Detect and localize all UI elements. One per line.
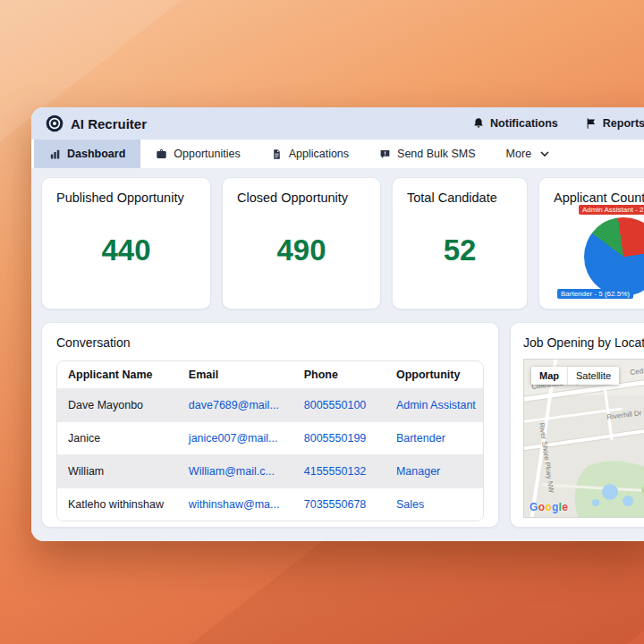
conversation-panel: Conversation Applicant Name Email Phone … <box>41 322 499 528</box>
phone-link[interactable]: 4155550132 <box>304 465 367 478</box>
table-row: Janicejanice007@mail...8005550199Bartend… <box>57 421 483 454</box>
opportunity-link-cell: Admin Assistant <box>386 399 483 411</box>
map-type-toggle: Map Satellite <box>531 367 619 385</box>
opportunity-link[interactable]: Sales <box>396 498 424 511</box>
table-row: Dave Mayonbodave7689@mail...8005550100Ad… <box>57 388 483 421</box>
column-header-phone: Phone <box>293 369 386 381</box>
app-logo-icon <box>46 114 64 132</box>
email-link-cell: withinshaw@ma... <box>178 498 293 511</box>
tab-more[interactable]: More <box>491 140 564 168</box>
applicant-name: Janice <box>57 432 178 445</box>
stat-card-published: Published Opportunity 440 <box>41 177 211 309</box>
conversation-table: Applicant Name Email Phone Opportunity D… <box>56 360 484 521</box>
email-link-cell: janice007@mail... <box>178 432 293 445</box>
applicant-name: William <box>57 465 178 478</box>
stat-title: Published Opportunity <box>56 191 196 205</box>
table-row: WilliamWilliam@mail.c...4155550132Manage… <box>57 454 483 487</box>
nav-bar: Dashboard Opportunities Applications Sen… <box>31 140 644 168</box>
app-title: AI Recruiter <box>71 116 147 131</box>
tab-label: More <box>506 148 531 160</box>
opportunity-link[interactable]: Bartender <box>396 432 445 445</box>
phone-link-cell: 8005550199 <box>293 432 386 445</box>
table-header-row: Applicant Name Email Phone Opportunity <box>57 361 483 388</box>
applicant-name: Katleho withinshaw <box>57 498 178 511</box>
pie-chart[interactable] <box>584 217 644 296</box>
stat-value: 440 <box>56 205 196 296</box>
map-button[interactable]: Map <box>531 367 567 385</box>
email-link-cell: dave7689@mail... <box>178 399 293 411</box>
notifications-label: Notifications <box>490 117 558 130</box>
stat-title: Closed Opportunity <box>237 191 366 205</box>
reports-label: Reports <box>603 117 644 130</box>
app-header: AI Recruiter Notifications Reports <box>31 107 644 140</box>
chevron-down-icon <box>540 151 549 157</box>
tab-label: Applications <box>289 148 349 160</box>
phone-link-cell: 7035550678 <box>293 498 386 511</box>
opportunity-link-cell: Bartender <box>386 432 483 445</box>
tab-dashboard[interactable]: Dashboard <box>34 140 140 168</box>
document-icon <box>271 148 283 160</box>
notifications-button[interactable]: Notifications <box>472 117 558 130</box>
phone-link-cell: 8005550100 <box>293 399 386 411</box>
stat-value: 52 <box>407 205 513 296</box>
phone-link[interactable]: 8005550100 <box>304 399 367 411</box>
table-row: Katleho withinshawwithinshaw@ma...703555… <box>57 487 483 521</box>
opportunity-link[interactable]: Manager <box>396 465 440 478</box>
opportunity-link-cell: Sales <box>386 498 483 511</box>
opportunity-link-cell: Manager <box>386 465 483 478</box>
pie-legend-bartender: Bartender - 5 (62.5%) <box>557 289 633 299</box>
applicant-name: Dave Mayonbo <box>57 399 178 411</box>
stat-card-closed: Closed Opportunity 490 <box>222 177 381 309</box>
briefcase-icon <box>156 148 167 160</box>
email-link[interactable]: dave7689@mail... <box>189 399 279 411</box>
bar-chart-icon <box>49 148 61 160</box>
satellite-button[interactable]: Satellite <box>567 367 619 385</box>
column-header-opportunity: Opportunity <box>386 369 483 381</box>
job-location-title: Job Opening by Location <box>523 335 644 350</box>
job-location-panel: Job Opening by Location <box>510 322 644 528</box>
tab-label: Send Bulk SMS <box>397 148 476 160</box>
phone-link[interactable]: 8005550199 <box>304 432 367 445</box>
app-window: AI Recruiter Notifications Reports <box>31 107 644 541</box>
map-canvas[interactable]: Colewood Way NW Cedarwood Way NW Riverhi… <box>523 359 644 518</box>
pie-legend-admin-assistant: Admin Assistant - 2 (25%) <box>579 205 644 215</box>
conversation-table-body: Dave Mayonbodave7689@mail...8005550100Ad… <box>57 388 483 521</box>
applicant-count-chart-card: Applicant Count by Opportunity Admin Ass… <box>538 177 644 309</box>
stats-row: Published Opportunity 440 Closed Opportu… <box>41 177 644 309</box>
phone-link-cell: 4155550132 <box>293 465 386 478</box>
google-logo[interactable]: Google <box>530 501 568 513</box>
tab-label: Dashboard <box>67 148 125 160</box>
column-header-applicant-name: Applicant Name <box>57 369 178 381</box>
flag-icon <box>585 117 597 130</box>
bell-icon <box>472 117 485 130</box>
email-link[interactable]: William@mail.c... <box>189 465 275 478</box>
column-header-email: Email <box>178 369 293 381</box>
opportunity-link[interactable]: Admin Assistant <box>396 399 476 411</box>
chart-title: Applicant Count by Opportunity <box>554 191 644 205</box>
conversation-title: Conversation <box>56 335 484 350</box>
tab-label: Opportunities <box>174 148 240 160</box>
stat-value: 490 <box>237 205 366 296</box>
email-link[interactable]: withinshaw@ma... <box>189 498 280 511</box>
email-link-cell: William@mail.c... <box>178 465 293 478</box>
dashboard-content: Published Opportunity 440 Closed Opportu… <box>31 168 644 541</box>
sms-icon <box>379 148 391 160</box>
tab-send-bulk-sms[interactable]: Send Bulk SMS <box>364 140 491 168</box>
tab-applications[interactable]: Applications <box>256 140 364 168</box>
phone-link[interactable]: 7035550678 <box>304 498 367 511</box>
email-link[interactable]: janice007@mail... <box>189 432 278 445</box>
stat-title: Total Candidate <box>407 191 513 205</box>
reports-button[interactable]: Reports <box>585 117 644 130</box>
stat-card-candidates: Total Candidate 52 <box>392 177 528 309</box>
tab-opportunities[interactable]: Opportunities <box>140 140 255 168</box>
